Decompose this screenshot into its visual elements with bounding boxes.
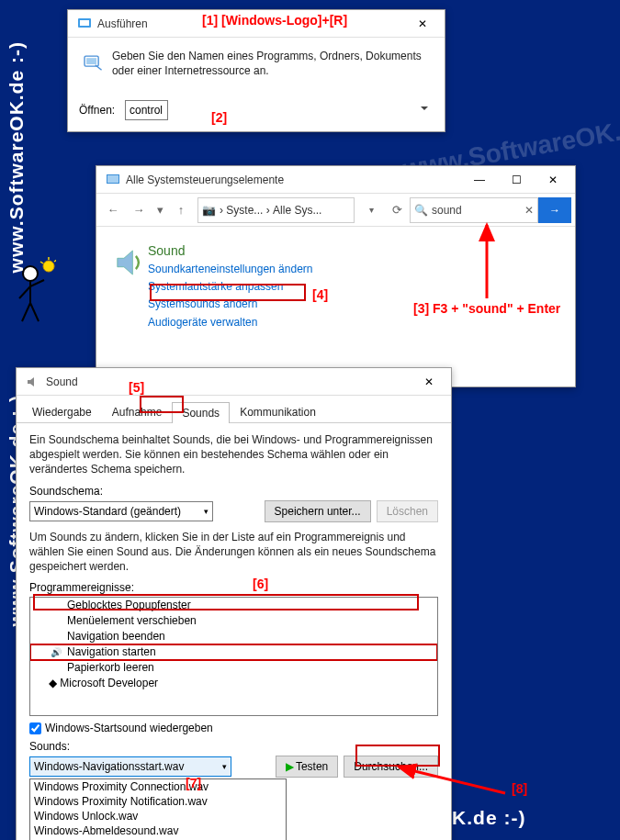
- sounds-dropdown-list[interactable]: Windows Proximity Connection.wavWindows …: [29, 778, 287, 840]
- run-titlebar: Ausführen ✕: [68, 10, 445, 38]
- svg-point-6: [43, 261, 54, 272]
- save-as-button[interactable]: Speichern unter...: [265, 500, 371, 522]
- clear-search-icon[interactable]: ✕: [524, 204, 534, 217]
- startup-sound-label: Windows-Startsound wiedergeben: [45, 722, 213, 734]
- cp-title: Alle Systemsteuerungselemente: [126, 174, 461, 186]
- event-item[interactable]: Navigation beenden: [30, 629, 437, 644]
- sound-title: Sound: [46, 375, 411, 388]
- event-item-selected[interactable]: Navigation starten: [30, 644, 437, 660]
- watermark-left-1: www.SoftwareOK.de :-): [6, 41, 28, 273]
- doodle-figure: [6, 257, 56, 326]
- cp-link-soundcard[interactable]: Soundkarteneinstellungen ändern: [148, 261, 312, 278]
- dropdown-option[interactable]: Windows Proximity Notification.wav: [30, 794, 286, 809]
- svg-line-9: [54, 260, 56, 262]
- event-group[interactable]: ◆ Microsoft Developer: [30, 676, 437, 691]
- svg-line-4: [22, 303, 30, 321]
- cp-link-audiodevices[interactable]: Audiogeräte verwalten: [148, 314, 312, 331]
- address-bar[interactable]: 📷 › Syste... › Alle Sys...: [197, 197, 355, 223]
- up-button[interactable]: ↑: [168, 197, 194, 223]
- tab-sounds[interactable]: Sounds: [172, 402, 230, 423]
- control-panel-window: Alle Systemsteuerungselemente — ☐ ✕ ← → …: [96, 165, 576, 387]
- svg-rect-15: [107, 175, 118, 183]
- run-dialog: Ausführen ✕ Geben Sie den Namen eines Pr…: [67, 9, 445, 132]
- cp-link-systemsounds[interactable]: Systemsounds ändern: [148, 296, 312, 313]
- close-button[interactable]: ✕: [411, 369, 447, 395]
- close-button[interactable]: ✕: [404, 11, 441, 37]
- tab-playback[interactable]: Wiedergabe: [22, 401, 102, 422]
- run-open-label: Öffnen:: [79, 104, 125, 117]
- events-listbox[interactable]: Geblocktes Popupfenster Menüelement vers…: [29, 597, 438, 716]
- dropdown-option[interactable]: Windows Unlock.wav: [30, 809, 286, 823]
- event-item[interactable]: Menüelement verschieben: [30, 613, 437, 629]
- svg-line-2: [19, 286, 30, 298]
- tab-communication[interactable]: Kommunikation: [230, 401, 326, 422]
- delete-button: Löschen: [377, 500, 438, 522]
- events-label: Programmereignisse:: [29, 581, 438, 594]
- minimize-button[interactable]: —: [461, 167, 498, 193]
- cp-toolbar: ← → ▾ ↑ 📷 › Syste... › Alle Sys... ▾ ⟳ 🔍…: [96, 194, 575, 227]
- sound-dialog: Sound ✕ Wiedergabe Aufnahme Sounds Kommu…: [16, 367, 452, 840]
- run-large-icon: [83, 52, 103, 82]
- sounds-label: Sounds:: [29, 740, 438, 753]
- svg-point-0: [23, 266, 38, 281]
- svg-line-5: [30, 303, 39, 321]
- search-icon: 🔍: [414, 204, 428, 217]
- browse-button[interactable]: Durchsuchen...: [344, 756, 438, 778]
- event-item[interactable]: Geblocktes Popupfenster: [30, 598, 437, 613]
- run-description: Geben Sie den Namen eines Programms, Ord…: [112, 49, 434, 78]
- scheme-label: Soundschema:: [29, 485, 438, 498]
- run-open-input[interactable]: control: [125, 100, 168, 120]
- svg-rect-11: [80, 20, 89, 26]
- sounds-combo[interactable]: Windows-Navigationsstart.wav▾: [29, 756, 231, 777]
- sound-tabs: Wiedergabe Aufnahme Sounds Kommunikation: [17, 396, 451, 423]
- svg-rect-13: [86, 58, 96, 64]
- history-dropdown[interactable]: ▾: [152, 197, 168, 223]
- startup-sound-checkbox[interactable]: [29, 722, 41, 734]
- scheme-combo[interactable]: Windows-Standard (geändert)▾: [29, 501, 213, 521]
- sound-category-icon: [113, 245, 148, 283]
- sound-info-1: Ein Soundschema beinhaltet Sounds, die b…: [29, 432, 438, 477]
- forward-button[interactable]: →: [126, 197, 152, 223]
- refresh-button[interactable]: ⟳: [384, 197, 410, 223]
- event-item[interactable]: Papierkorb leeren: [30, 660, 437, 676]
- dropdown-option[interactable]: Windows-Abmeldesound.wav: [30, 823, 286, 838]
- search-go-button[interactable]: →: [538, 197, 571, 223]
- addr-dropdown[interactable]: ▾: [358, 197, 384, 223]
- developer-icon: ◆: [49, 677, 57, 689]
- back-button[interactable]: ←: [100, 197, 126, 223]
- sound-heading: Sound: [148, 243, 312, 258]
- sound-dialog-icon: [26, 375, 40, 389]
- sound-info-2: Um Sounds zu ändern, klicken Sie in der …: [29, 530, 438, 575]
- control-panel-icon: [106, 173, 120, 187]
- svg-line-8: [40, 262, 43, 263]
- run-icon-small: [77, 17, 92, 31]
- maximize-button[interactable]: ☐: [498, 167, 535, 193]
- run-title: Ausführen: [97, 17, 404, 30]
- cp-titlebar: Alle Systemsteuerungselemente — ☐ ✕: [96, 166, 575, 194]
- sound-titlebar: Sound ✕: [17, 368, 451, 396]
- annotation-8: [8]: [512, 781, 527, 796]
- tab-recording[interactable]: Aufnahme: [102, 401, 173, 422]
- search-input[interactable]: 🔍 sound ✕: [410, 197, 538, 223]
- cp-link-volume[interactable]: Systemlautstärke anpassen: [148, 278, 312, 296]
- dropdown-option[interactable]: Windows Proximity Connection.wav: [30, 779, 286, 794]
- play-icon: ▶: [286, 760, 294, 773]
- close-button[interactable]: ✕: [535, 167, 571, 193]
- test-button[interactable]: ▶Testen: [276, 756, 338, 778]
